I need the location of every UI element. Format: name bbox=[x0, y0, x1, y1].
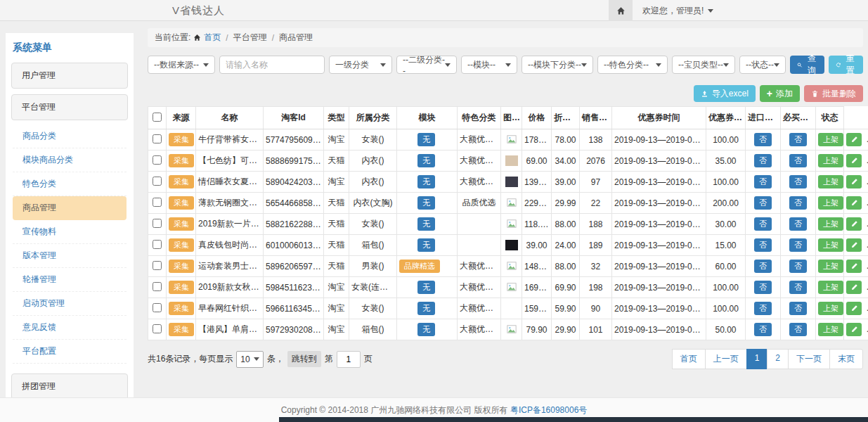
edit-button[interactable] bbox=[846, 175, 862, 188]
status-badge[interactable]: 上架 bbox=[818, 323, 843, 335]
must-buy-badge[interactable]: 否 bbox=[789, 217, 807, 230]
source-badge: 采集 bbox=[169, 302, 194, 314]
filter-select[interactable]: --特色分类-- bbox=[597, 56, 668, 74]
sidebar-section[interactable]: 用户管理 bbox=[11, 63, 128, 89]
status-badge[interactable]: 上架 bbox=[818, 133, 843, 146]
must-buy-badge[interactable]: 否 bbox=[789, 238, 807, 251]
import-select-badge[interactable]: 否 bbox=[754, 323, 772, 335]
import-select-badge[interactable]: 否 bbox=[754, 133, 772, 146]
row-checkbox[interactable] bbox=[153, 240, 162, 249]
sidebar-subitem[interactable]: 特色分类 bbox=[13, 172, 127, 196]
row-checkbox[interactable] bbox=[153, 282, 162, 291]
taoke-id: 596611634525 bbox=[264, 298, 324, 319]
per-page-select[interactable]: 10 bbox=[236, 351, 263, 368]
add-button[interactable]: + 添加 bbox=[760, 85, 800, 102]
must-buy-badge[interactable]: 否 bbox=[789, 260, 807, 272]
select-all-checkbox[interactable] bbox=[153, 113, 162, 122]
must-buy-badge[interactable]: 否 bbox=[789, 302, 807, 314]
must-buy-badge[interactable]: 否 bbox=[789, 133, 807, 146]
column-header: 进口优选 bbox=[746, 107, 781, 129]
row-checkbox[interactable] bbox=[153, 155, 162, 165]
status-badge[interactable]: 上架 bbox=[818, 175, 843, 188]
home-button[interactable] bbox=[609, 0, 633, 21]
sidebar-section[interactable]: 拼团管理 bbox=[11, 373, 128, 397]
status-badge[interactable]: 上架 bbox=[818, 154, 843, 167]
import-select-badge[interactable]: 否 bbox=[754, 154, 772, 167]
coupon-time: 2019-09-13—2019-09-20 bbox=[612, 172, 706, 193]
edit-button[interactable] bbox=[846, 196, 862, 210]
jump-button[interactable]: 跳转到 bbox=[287, 351, 321, 367]
sidebar-subitem[interactable]: 宣传物料 bbox=[13, 220, 127, 244]
breadcrumb-home-link[interactable]: 首页 bbox=[204, 32, 221, 44]
filter-select[interactable]: --二级分类-- bbox=[396, 56, 457, 74]
status-badge[interactable]: 上架 bbox=[818, 238, 843, 251]
product-thumbnail bbox=[505, 240, 518, 250]
must-buy-badge[interactable]: 否 bbox=[789, 196, 807, 209]
status-badge[interactable]: 上架 bbox=[818, 217, 843, 230]
page-button[interactable]: 1 bbox=[746, 349, 768, 369]
name-search-input[interactable] bbox=[219, 56, 325, 74]
must-buy-badge[interactable]: 否 bbox=[789, 154, 807, 167]
filter-select[interactable]: --宝贝类型-- bbox=[672, 56, 735, 74]
row-checkbox[interactable] bbox=[153, 324, 162, 333]
sidebar-subitem[interactable]: 版本管理 bbox=[13, 244, 127, 268]
sidebar-subitem[interactable]: 轮播管理 bbox=[13, 268, 127, 292]
page-button[interactable]: 下一页 bbox=[788, 349, 830, 369]
row-checkbox[interactable] bbox=[153, 303, 162, 312]
import-excel-button[interactable]: 导入excel bbox=[694, 85, 756, 102]
records-total-text: 共16条记录，每页显示 bbox=[148, 353, 233, 365]
page-number-input[interactable] bbox=[337, 351, 361, 368]
price: 139.00 bbox=[522, 172, 552, 193]
edit-button[interactable] bbox=[846, 302, 862, 315]
icp-link[interactable]: 粤ICP备16098006号 bbox=[510, 404, 587, 416]
import-select-badge[interactable]: 否 bbox=[754, 260, 772, 272]
sidebar-subitem[interactable]: 平台配置 bbox=[13, 340, 127, 364]
sidebar-subitem[interactable]: 商品管理 bbox=[13, 196, 127, 220]
sidebar-subitem[interactable]: 启动页管理 bbox=[13, 292, 127, 316]
page-button[interactable]: 2 bbox=[767, 349, 789, 369]
row-checkbox[interactable] bbox=[153, 198, 162, 207]
import-select-badge[interactable]: 否 bbox=[754, 217, 772, 230]
search-button[interactable]: 查询 bbox=[790, 56, 824, 74]
filter-select[interactable]: 一级分类 bbox=[329, 56, 392, 74]
import-select-badge[interactable]: 否 bbox=[754, 302, 772, 314]
row-checkbox[interactable] bbox=[153, 177, 162, 186]
import-select-badge[interactable]: 否 bbox=[754, 281, 772, 293]
batch-delete-button[interactable]: 批量删除 bbox=[804, 85, 863, 102]
edit-button[interactable] bbox=[846, 133, 862, 146]
filter-select-data-source[interactable]: --数据来源-- bbox=[148, 56, 215, 74]
status-badge[interactable]: 上架 bbox=[818, 302, 843, 314]
sidebar-section[interactable]: 平台管理 bbox=[11, 94, 128, 120]
filter-select[interactable]: --模块-- bbox=[461, 56, 517, 74]
must-buy-badge[interactable]: 否 bbox=[789, 323, 807, 335]
must-buy-badge[interactable]: 否 bbox=[789, 175, 807, 188]
page-button[interactable]: 首页 bbox=[672, 349, 706, 369]
import-select-badge[interactable]: 否 bbox=[754, 175, 772, 188]
status-badge[interactable]: 上架 bbox=[818, 281, 843, 293]
status-badge[interactable]: 上架 bbox=[818, 260, 843, 272]
user-menu[interactable]: 欢迎您，管理员! bbox=[633, 0, 723, 21]
edit-button[interactable] bbox=[846, 281, 862, 294]
status-badge[interactable]: 上架 bbox=[818, 196, 843, 209]
reset-button[interactable]: 重置 bbox=[829, 56, 863, 74]
edit-button[interactable] bbox=[846, 217, 862, 231]
page-button[interactable]: 末页 bbox=[829, 349, 863, 369]
row-checkbox[interactable] bbox=[153, 261, 162, 270]
column-header: 模块 bbox=[397, 107, 458, 129]
price: 169.90 bbox=[522, 277, 552, 298]
sidebar-subitem[interactable]: 模块商品分类 bbox=[13, 148, 127, 172]
import-select-badge[interactable]: 否 bbox=[754, 238, 772, 251]
page-button[interactable]: 上一页 bbox=[705, 349, 747, 369]
row-checkbox[interactable] bbox=[153, 134, 162, 143]
import-select-badge[interactable]: 否 bbox=[754, 196, 772, 209]
sidebar-subitem[interactable]: 商品分类 bbox=[13, 124, 127, 148]
row-checkbox[interactable] bbox=[153, 219, 162, 228]
edit-button[interactable] bbox=[846, 154, 862, 167]
filter-select[interactable]: --模块下分类-- bbox=[522, 56, 593, 74]
edit-button[interactable] bbox=[846, 238, 862, 252]
sidebar-subitem[interactable]: 意见反馈 bbox=[13, 316, 127, 340]
filter-select[interactable]: --状态-- bbox=[739, 56, 786, 74]
edit-button[interactable] bbox=[846, 260, 862, 273]
edit-button[interactable] bbox=[846, 323, 862, 336]
must-buy-badge[interactable]: 否 bbox=[789, 281, 807, 293]
